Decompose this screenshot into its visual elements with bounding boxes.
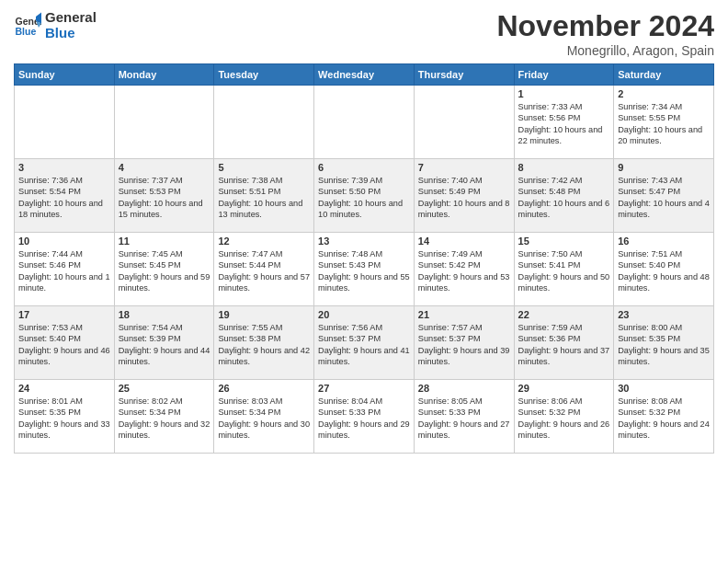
day-info: Sunrise: 7:38 AM Sunset: 5:51 PM Dayligh… [218, 175, 310, 221]
day-number: 26 [218, 383, 310, 394]
day-info: Sunrise: 8:08 AM Sunset: 5:32 PM Dayligh… [618, 396, 710, 442]
day-info: Sunrise: 7:43 AM Sunset: 5:47 PM Dayligh… [618, 175, 710, 221]
calendar-cell: 8Sunrise: 7:42 AM Sunset: 5:48 PM Daylig… [514, 159, 614, 233]
calendar-week-5: 24Sunrise: 8:01 AM Sunset: 5:35 PM Dayli… [15, 380, 714, 454]
day-number: 7 [418, 162, 510, 173]
day-number: 24 [18, 383, 110, 394]
day-info: Sunrise: 7:55 AM Sunset: 5:38 PM Dayligh… [218, 322, 310, 368]
day-number: 19 [218, 309, 310, 320]
day-info: Sunrise: 7:53 AM Sunset: 5:40 PM Dayligh… [18, 322, 110, 368]
calendar-cell: 3Sunrise: 7:36 AM Sunset: 5:54 PM Daylig… [15, 159, 115, 233]
day-info: Sunrise: 7:33 AM Sunset: 5:56 PM Dayligh… [518, 101, 610, 147]
day-number: 9 [618, 162, 710, 173]
weekday-header-wednesday: Wednesday [314, 64, 415, 86]
calendar-cell: 24Sunrise: 8:01 AM Sunset: 5:35 PM Dayli… [15, 380, 115, 454]
calendar-cell: 20Sunrise: 7:56 AM Sunset: 5:37 PM Dayli… [314, 306, 415, 380]
calendar-cell [414, 86, 514, 159]
day-info: Sunrise: 8:00 AM Sunset: 5:35 PM Dayligh… [618, 322, 710, 368]
day-number: 18 [119, 309, 210, 320]
logo-line1: General [45, 9, 97, 25]
day-info: Sunrise: 8:03 AM Sunset: 5:34 PM Dayligh… [218, 396, 310, 442]
calendar-cell: 28Sunrise: 8:05 AM Sunset: 5:33 PM Dayli… [414, 380, 514, 454]
calendar-cell: 17Sunrise: 7:53 AM Sunset: 5:40 PM Dayli… [15, 306, 115, 380]
day-info: Sunrise: 7:50 AM Sunset: 5:41 PM Dayligh… [518, 248, 610, 294]
day-info: Sunrise: 8:05 AM Sunset: 5:33 PM Dayligh… [418, 396, 510, 442]
day-info: Sunrise: 8:01 AM Sunset: 5:35 PM Dayligh… [18, 396, 110, 442]
day-info: Sunrise: 7:44 AM Sunset: 5:46 PM Dayligh… [18, 248, 110, 294]
calendar-cell [15, 86, 115, 159]
calendar-cell: 13Sunrise: 7:48 AM Sunset: 5:43 PM Dayli… [314, 233, 415, 306]
day-info: Sunrise: 8:04 AM Sunset: 5:33 PM Dayligh… [318, 396, 410, 442]
calendar-cell: 30Sunrise: 8:08 AM Sunset: 5:32 PM Dayli… [614, 380, 714, 454]
svg-text:Blue: Blue [16, 26, 37, 37]
day-info: Sunrise: 7:48 AM Sunset: 5:43 PM Dayligh… [318, 248, 410, 294]
day-info: Sunrise: 7:36 AM Sunset: 5:54 PM Dayligh… [18, 175, 110, 221]
calendar-cell: 22Sunrise: 7:59 AM Sunset: 5:36 PM Dayli… [514, 306, 614, 380]
day-number: 30 [618, 383, 710, 394]
day-info: Sunrise: 7:42 AM Sunset: 5:48 PM Dayligh… [518, 175, 610, 221]
calendar-week-2: 3Sunrise: 7:36 AM Sunset: 5:54 PM Daylig… [15, 159, 714, 233]
day-info: Sunrise: 7:57 AM Sunset: 5:37 PM Dayligh… [418, 322, 510, 368]
day-number: 1 [518, 88, 610, 99]
day-info: Sunrise: 7:45 AM Sunset: 5:45 PM Dayligh… [119, 248, 210, 294]
calendar-cell [214, 86, 314, 159]
calendar-week-3: 10Sunrise: 7:44 AM Sunset: 5:46 PM Dayli… [15, 233, 714, 306]
day-info: Sunrise: 8:06 AM Sunset: 5:32 PM Dayligh… [518, 396, 610, 442]
day-number: 14 [418, 236, 510, 247]
calendar-cell: 11Sunrise: 7:45 AM Sunset: 5:45 PM Dayli… [114, 233, 214, 306]
calendar-week-4: 17Sunrise: 7:53 AM Sunset: 5:40 PM Dayli… [15, 306, 714, 380]
calendar-cell: 29Sunrise: 8:06 AM Sunset: 5:32 PM Dayli… [514, 380, 614, 454]
day-info: Sunrise: 7:40 AM Sunset: 5:49 PM Dayligh… [418, 175, 510, 221]
day-number: 17 [18, 309, 110, 320]
calendar-cell: 23Sunrise: 8:00 AM Sunset: 5:35 PM Dayli… [614, 306, 714, 380]
main-container: General Blue General Blue November 2024 … [0, 0, 728, 463]
day-number: 8 [518, 162, 610, 173]
calendar-cell: 15Sunrise: 7:50 AM Sunset: 5:41 PM Dayli… [514, 233, 614, 306]
day-info: Sunrise: 7:59 AM Sunset: 5:36 PM Dayligh… [518, 322, 610, 368]
logo-line2: Blue [45, 25, 97, 40]
calendar-cell: 16Sunrise: 7:51 AM Sunset: 5:40 PM Dayli… [614, 233, 714, 306]
calendar-cell: 25Sunrise: 8:02 AM Sunset: 5:34 PM Dayli… [114, 380, 214, 454]
calendar-table: SundayMondayTuesdayWednesdayThursdayFrid… [14, 63, 714, 454]
weekday-header-thursday: Thursday [414, 64, 514, 86]
weekday-header-friday: Friday [514, 64, 614, 86]
day-number: 4 [119, 162, 210, 173]
logo-icon: General Blue [14, 11, 41, 39]
day-number: 12 [218, 236, 310, 247]
day-number: 23 [618, 309, 710, 320]
calendar-cell: 4Sunrise: 7:37 AM Sunset: 5:53 PM Daylig… [114, 159, 214, 233]
calendar-cell: 27Sunrise: 8:04 AM Sunset: 5:33 PM Dayli… [314, 380, 415, 454]
day-number: 13 [318, 236, 410, 247]
calendar-header-row: SundayMondayTuesdayWednesdayThursdayFrid… [15, 64, 714, 86]
calendar-cell: 5Sunrise: 7:38 AM Sunset: 5:51 PM Daylig… [214, 159, 314, 233]
day-info: Sunrise: 7:37 AM Sunset: 5:53 PM Dayligh… [119, 175, 210, 221]
day-number: 28 [418, 383, 510, 394]
day-info: Sunrise: 7:54 AM Sunset: 5:39 PM Dayligh… [119, 322, 210, 368]
weekday-header-saturday: Saturday [614, 64, 714, 86]
day-number: 22 [518, 309, 610, 320]
month-title: November 2024 [496, 9, 714, 43]
day-number: 21 [418, 309, 510, 320]
weekday-header-tuesday: Tuesday [214, 64, 314, 86]
calendar-body: 1Sunrise: 7:33 AM Sunset: 5:56 PM Daylig… [15, 86, 714, 454]
calendar-cell: 2Sunrise: 7:34 AM Sunset: 5:55 PM Daylig… [614, 86, 714, 159]
calendar-cell: 7Sunrise: 7:40 AM Sunset: 5:49 PM Daylig… [414, 159, 514, 233]
logo: General Blue General Blue [14, 9, 97, 40]
calendar-cell: 19Sunrise: 7:55 AM Sunset: 5:38 PM Dayli… [214, 306, 314, 380]
day-info: Sunrise: 8:02 AM Sunset: 5:34 PM Dayligh… [119, 396, 210, 442]
header: General Blue General Blue November 2024 … [14, 9, 714, 58]
day-number: 2 [618, 88, 710, 99]
day-number: 3 [18, 162, 110, 173]
day-number: 15 [518, 236, 610, 247]
day-number: 5 [218, 162, 310, 173]
calendar-cell: 1Sunrise: 7:33 AM Sunset: 5:56 PM Daylig… [514, 86, 614, 159]
day-number: 29 [518, 383, 610, 394]
calendar-cell [314, 86, 415, 159]
location: Monegrillo, Aragon, Spain [496, 43, 714, 58]
title-block: November 2024 Monegrillo, Aragon, Spain [496, 9, 714, 58]
day-number: 6 [318, 162, 410, 173]
day-info: Sunrise: 7:34 AM Sunset: 5:55 PM Dayligh… [618, 101, 710, 147]
calendar-week-1: 1Sunrise: 7:33 AM Sunset: 5:56 PM Daylig… [15, 86, 714, 159]
day-info: Sunrise: 7:47 AM Sunset: 5:44 PM Dayligh… [218, 248, 310, 294]
day-number: 25 [119, 383, 210, 394]
